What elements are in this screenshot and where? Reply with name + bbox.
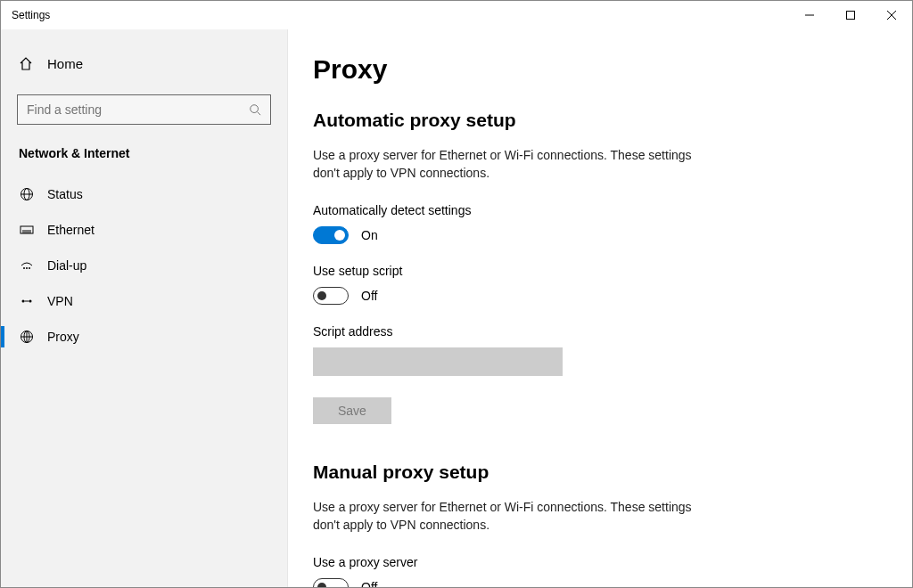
- auto-section-title: Automatic proxy setup: [313, 110, 868, 131]
- vpn-icon: [19, 294, 35, 308]
- sidebar-item-vpn[interactable]: VPN: [1, 283, 287, 319]
- use-script-label: Use setup script: [313, 264, 868, 278]
- detect-settings-toggle[interactable]: [313, 226, 349, 244]
- svg-point-17: [29, 267, 30, 269]
- sidebar-item-label: Status: [47, 187, 83, 201]
- use-script-toggle[interactable]: [313, 287, 349, 305]
- svg-line-5: [258, 112, 261, 116]
- proxy-icon: [19, 330, 35, 344]
- sidebar: Home Network & Internet Status Ethernet …: [1, 29, 288, 588]
- script-address-input[interactable]: [313, 347, 563, 376]
- save-button[interactable]: Save: [313, 397, 391, 424]
- close-button[interactable]: [871, 1, 912, 29]
- sidebar-item-proxy[interactable]: Proxy: [1, 319, 287, 355]
- titlebar: Settings: [1, 1, 912, 29]
- detect-settings-state: On: [361, 228, 378, 242]
- maximize-button[interactable]: [830, 1, 871, 29]
- main-pane: Proxy Automatic proxy setup Use a proxy …: [288, 29, 912, 588]
- svg-point-18: [22, 300, 25, 303]
- home-label: Home: [47, 56, 83, 71]
- use-proxy-state: Off: [361, 580, 377, 588]
- minimize-button[interactable]: [789, 1, 830, 29]
- sidebar-item-label: Dial-up: [47, 258, 86, 273]
- category-header: Network & Internet: [1, 146, 287, 176]
- sidebar-item-label: Proxy: [47, 330, 79, 344]
- ethernet-icon: [19, 223, 35, 237]
- svg-point-15: [23, 267, 25, 269]
- svg-point-19: [29, 300, 32, 303]
- use-script-state: Off: [361, 289, 377, 303]
- sidebar-item-ethernet[interactable]: Ethernet: [1, 212, 287, 248]
- detect-settings-label: Automatically detect settings: [313, 203, 868, 217]
- window-title: Settings: [12, 9, 50, 21]
- svg-point-4: [251, 105, 259, 113]
- script-address-label: Script address: [313, 324, 868, 339]
- sidebar-item-dialup[interactable]: Dial-up: [1, 248, 287, 283]
- search-input[interactable]: [27, 102, 249, 117]
- use-proxy-label: Use a proxy server: [313, 555, 868, 569]
- close-icon: [887, 11, 896, 20]
- search-icon: [249, 103, 261, 116]
- svg-rect-1: [847, 12, 855, 20]
- sidebar-item-label: Ethernet: [47, 223, 95, 237]
- manual-section-desc: Use a proxy server for Ethernet or Wi-Fi…: [313, 499, 705, 534]
- maximize-icon: [846, 11, 855, 20]
- use-proxy-toggle[interactable]: [313, 578, 349, 588]
- window-controls: [789, 1, 912, 29]
- auto-section-desc: Use a proxy server for Ethernet or Wi-Fi…: [313, 147, 705, 182]
- minimize-icon: [805, 11, 814, 20]
- sidebar-item-status[interactable]: Status: [1, 176, 287, 212]
- search-box[interactable]: [17, 94, 271, 125]
- page-title: Proxy: [313, 54, 868, 85]
- home-icon: [19, 57, 35, 71]
- home-nav[interactable]: Home: [1, 47, 287, 80]
- sidebar-item-label: VPN: [47, 294, 73, 308]
- dialup-icon: [19, 258, 35, 273]
- globe-grid-icon: [19, 187, 35, 201]
- svg-point-16: [26, 267, 28, 269]
- manual-section-title: Manual proxy setup: [313, 461, 868, 483]
